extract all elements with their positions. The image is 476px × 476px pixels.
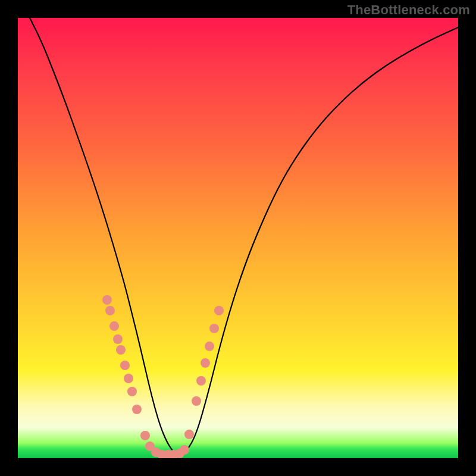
data-point [214, 306, 224, 315]
data-point [140, 431, 150, 440]
data-point [102, 295, 112, 305]
data-point [105, 306, 115, 315]
data-point [192, 396, 201, 406]
overlay-svg [18, 18, 458, 458]
plot-area [18, 18, 458, 458]
data-point [201, 358, 210, 368]
data-point [180, 445, 189, 455]
data-point [109, 321, 119, 331]
chart-frame: TheBottleneck.com [0, 0, 476, 476]
data-point [196, 376, 206, 386]
data-point [120, 361, 130, 370]
data-point [113, 334, 123, 344]
data-point [184, 430, 194, 439]
data-point [116, 345, 126, 355]
data-point [209, 324, 219, 333]
data-point [132, 405, 142, 414]
data-point [205, 342, 214, 351]
watermark-label: TheBottleneck.com [347, 2, 470, 18]
data-point [127, 387, 137, 396]
data-point [124, 374, 133, 383]
bottleneck-curve [30, 18, 458, 455]
